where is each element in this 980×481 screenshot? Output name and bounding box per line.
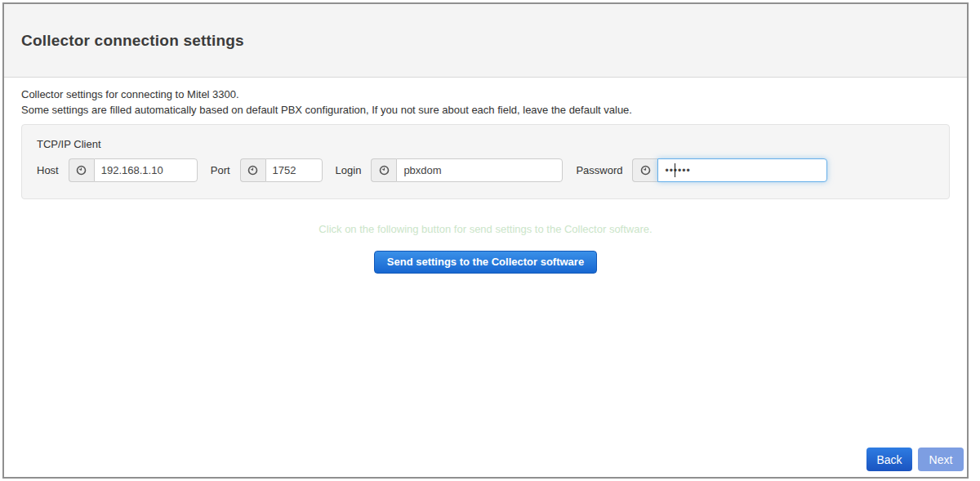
wizard-window: Collector connection settings Collector … [2, 2, 969, 479]
port-input[interactable] [265, 158, 323, 182]
intro-line-2: Some settings are filled automatically b… [21, 102, 950, 118]
group-title: TCP/IP Client [37, 138, 934, 150]
port-label: Port [211, 164, 230, 176]
send-row: Send settings to the Collector software [21, 251, 950, 274]
host-label: Host [37, 164, 59, 176]
panel-heading: Collector connection settings [4, 4, 967, 78]
wizard-navigation: Back Next [866, 448, 964, 471]
send-hint-text: Click on the following button for send s… [21, 223, 950, 235]
clock-icon [240, 158, 265, 182]
clock-icon [69, 158, 94, 182]
port-field: Port [211, 158, 323, 182]
connection-form-row: Host Port [37, 158, 934, 182]
password-input[interactable] [657, 158, 827, 182]
password-label: Password [576, 164, 622, 176]
clock-icon [371, 158, 396, 182]
password-field: Password [576, 158, 827, 182]
next-button[interactable]: Next [918, 448, 964, 471]
page-title: Collector connection settings [21, 32, 244, 50]
send-settings-button[interactable]: Send settings to the Collector software [374, 251, 597, 274]
login-field: Login [336, 158, 564, 182]
panel-body: Collector settings for connecting to Mit… [4, 78, 967, 274]
intro-line-1: Collector settings for connecting to Mit… [21, 87, 950, 102]
host-input[interactable] [94, 158, 198, 182]
host-field: Host [37, 158, 198, 182]
back-button[interactable]: Back [866, 448, 912, 471]
login-input[interactable] [396, 158, 563, 182]
connection-settings-well: TCP/IP Client Host Port [21, 124, 950, 199]
login-label: Login [336, 164, 362, 176]
text-cursor [675, 163, 675, 177]
clock-icon [632, 158, 657, 182]
